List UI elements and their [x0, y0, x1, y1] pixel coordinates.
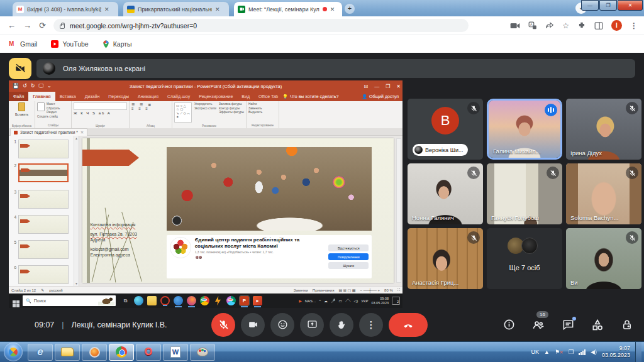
reload-icon[interactable]: ⟳	[39, 21, 46, 30]
section-button[interactable]: Раздел	[47, 111, 60, 115]
people-panel-button[interactable]: 16	[531, 318, 545, 332]
save-icon[interactable]: 💾	[13, 83, 19, 89]
ribbon-tab-home[interactable]: Главная	[28, 92, 55, 101]
bookmark-star-icon[interactable]: ☆	[562, 21, 569, 30]
side-panel-icon[interactable]	[594, 21, 603, 30]
slide-editor-area[interactable]: Контактна інформація вул. Петрака 2в. 78…	[79, 136, 402, 286]
tab-close-icon[interactable]: ✕	[215, 6, 220, 13]
tile-you[interactable]: Ви	[566, 228, 641, 289]
media-player-icon[interactable]	[82, 344, 107, 361]
tab-meet[interactable]: Meet: "Лекції, семінари Кул ✕	[234, 2, 342, 16]
ribbon-tab-file[interactable]: Файл	[9, 92, 28, 101]
address-bar[interactable]: meet.google.com/wrg-hjhm-ztv?authuser=0	[53, 19, 469, 32]
ribbon-tab-design[interactable]: Дизайн	[80, 92, 104, 101]
ppt-minimize-button[interactable]: —	[374, 84, 379, 89]
win10-search-box[interactable]: 🔍 Поиск	[23, 295, 116, 306]
end-call-button[interactable]	[389, 313, 428, 337]
slide-thumbnail-6[interactable]: 6	[11, 265, 74, 284]
slide-thumbnail-4[interactable]: 4	[11, 215, 74, 234]
edge-icon[interactable]	[134, 296, 143, 305]
zoom-slider[interactable]: − ──┼── +	[360, 288, 380, 292]
shape-fill-button[interactable]: Заливка фигуры	[219, 102, 244, 107]
reactions-button[interactable]	[270, 313, 294, 337]
font-name-combo[interactable]	[74, 102, 127, 110]
tab-close-icon[interactable]: ✕	[104, 6, 109, 13]
windows-update-icon[interactable]: ❒	[569, 349, 574, 355]
tile-veronika[interactable]: B Вероніка Ши...	[408, 99, 483, 160]
video-editor-icon[interactable]: ▸	[253, 296, 262, 305]
nas-label[interactable]: NAS...	[305, 299, 316, 303]
translate-icon[interactable]: A	[528, 21, 537, 30]
paste-icon[interactable]	[18, 102, 25, 111]
bookmark-maps[interactable]: Карты	[103, 40, 132, 48]
tab-university[interactable]: Прикарпатський національний ✕	[123, 2, 229, 16]
forward-icon[interactable]: →	[23, 21, 31, 30]
tile-hannusia[interactable]: Ганнуся Голубош	[487, 163, 562, 224]
battery-icon[interactable]: ▭	[338, 299, 342, 303]
tile-anastasiia[interactable]: Анастасія Гриц...	[408, 228, 483, 289]
win10-clock[interactable]: 09:08 03.05.2023	[371, 297, 389, 305]
spellcheck-icon[interactable]: ✎	[41, 288, 44, 292]
new-slide-label[interactable]: Создать слайд	[37, 115, 69, 119]
more-options-button[interactable]: ⋮	[359, 313, 383, 337]
tile-halyna-speaking[interactable]: Галина Михайл...	[487, 99, 562, 160]
share-icon[interactable]	[545, 21, 554, 30]
cloud-icon[interactable]: ☁	[324, 299, 328, 303]
ribbon-tab-insert[interactable]: Вставка	[55, 92, 80, 101]
win7-language-indicator[interactable]: UK	[531, 349, 540, 355]
raise-hand-button[interactable]	[330, 313, 353, 337]
slide-thumbnail-3[interactable]: 3	[11, 190, 74, 209]
slide-scrollbar[interactable]	[396, 138, 401, 283]
ppt-title-bar[interactable]: 💾 ↺ ↻ 🖵 ⌄ Захист педагогічної практики -…	[9, 80, 402, 92]
win7-clock[interactable]: 9:07 03.05.2023	[602, 345, 630, 359]
restore-button[interactable]: ❐	[599, 0, 617, 11]
minimize-button[interactable]: —	[581, 0, 599, 11]
slide-thumbnail-2-selected[interactable]: 2	[11, 163, 74, 182]
file-explorer-icon[interactable]	[147, 296, 157, 305]
tab-gmail[interactable]: M Вхідні (3 408) - ivanna.kulyk@pn ✕	[13, 2, 118, 16]
presenting-banner[interactable]: Оля Жилякова на екрані	[36, 59, 635, 78]
lightning-app-icon[interactable]	[213, 296, 223, 305]
activities-button[interactable]	[591, 318, 604, 332]
quick-styles-button[interactable]: Экспресс-стили	[194, 107, 216, 111]
opera-icon[interactable]: O	[136, 344, 161, 361]
chrome-blue-icon[interactable]	[226, 296, 236, 305]
chrome-taskbar-icon[interactable]	[109, 344, 134, 361]
comments-button[interactable]: Примечания	[313, 288, 335, 292]
ribbon-tab-transitions[interactable]: Переходы	[104, 92, 133, 101]
ribbon-tab-view[interactable]: Вид	[237, 92, 254, 101]
blue-app-icon[interactable]	[174, 296, 183, 305]
align-buttons[interactable]: ≡ ≡ ≡	[131, 107, 170, 111]
task-view-icon[interactable]: ⧉	[121, 296, 130, 305]
font-style-buttons[interactable]: Ж К Ч S ab A	[74, 111, 127, 115]
slide-thumbnail-1[interactable]: 1	[11, 140, 74, 158]
undo-icon[interactable]: ↺	[23, 83, 27, 89]
notification-center-icon[interactable]: 2	[392, 297, 400, 305]
win10-language-indicator[interactable]: УКР	[361, 299, 368, 303]
view-buttons[interactable]: ▤ ⊞ ▢ ▦	[338, 288, 355, 292]
chrome-menu-icon[interactable]: ⋮	[630, 21, 638, 30]
tab-capture-icon[interactable]	[510, 22, 520, 30]
shapes-gallery[interactable]: ▭ ○ △ ☆ ⬠↘ ⟋ ◇ ⌒ ✦	[174, 102, 192, 123]
back-icon[interactable]: ←	[8, 21, 16, 30]
facebook-message-button[interactable]: Повідомлення	[328, 253, 369, 260]
tray-chevron-icon[interactable]: ^	[319, 299, 321, 303]
tile-iryna[interactable]: Ірина Дідух	[566, 99, 641, 160]
tray-expand-icon[interactable]: ▲	[544, 349, 550, 355]
powerpoint-taskbar-icon[interactable]: P	[240, 296, 249, 305]
ppt-restore-button[interactable]: ❐	[386, 84, 390, 89]
network-icon[interactable]: ⟋⟍	[345, 299, 350, 303]
windows-explorer-icon[interactable]	[55, 344, 80, 361]
screen-recorder-icon[interactable]	[160, 296, 170, 305]
notes-button[interactable]: Заметки	[294, 288, 308, 292]
volume-icon[interactable]: ◁)	[354, 299, 358, 303]
ppt-close-button[interactable]: ✕	[396, 84, 401, 89]
close-button[interactable]: ✕	[618, 0, 643, 11]
tile-solomia[interactable]: Solomia Bachyn...	[566, 163, 641, 224]
bookmark-gmail[interactable]: M Gmail	[9, 40, 37, 48]
select-button[interactable]: Выделить	[248, 111, 277, 115]
share-button[interactable]: 👤 Общий доступ	[362, 94, 399, 99]
current-slide[interactable]: Контактна інформація вул. Петрака 2в. 78…	[82, 138, 394, 283]
extensions-icon[interactable]	[577, 21, 586, 30]
paint-icon[interactable]	[190, 344, 215, 361]
